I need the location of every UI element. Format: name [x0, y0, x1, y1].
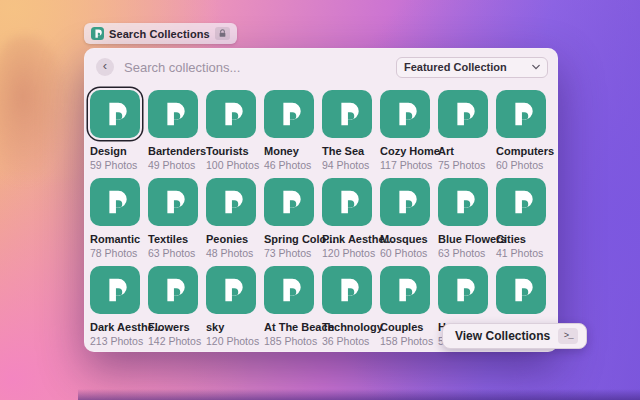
pexels-p-icon: [206, 178, 256, 226]
collection-tile[interactable]: Money 46 Photos: [264, 90, 322, 167]
pexels-p-icon: [206, 90, 256, 138]
view-collections-button[interactable]: View Collections >_: [442, 323, 587, 349]
back-chevron-icon: ‹: [103, 58, 107, 74]
pexels-p-icon: [264, 90, 314, 138]
pexels-p-icon: [438, 90, 488, 138]
collection-photo-count: 213 Photos: [90, 335, 148, 347]
collection-name: Cozy Home: [380, 145, 438, 157]
collection-photo-count: 120 Photos: [322, 247, 380, 259]
pexels-p-icon: [380, 266, 430, 314]
collection-tile[interactable]: Technology 36 Photos: [322, 266, 380, 343]
collection-name: Spring Colo...: [264, 233, 322, 245]
collection-name: Romantic: [90, 233, 148, 245]
search-input[interactable]: [124, 60, 396, 75]
pexels-p-icon: [322, 266, 372, 314]
collection-photo-count: 63 Photos: [438, 247, 496, 259]
pexels-p-icon: [496, 266, 546, 314]
collection-name: Textiles: [148, 233, 206, 245]
view-collections-label: View Collections: [455, 329, 550, 343]
collection-name: Blue Flowers: [438, 233, 496, 245]
collection-tile[interactable]: Couples 158 Photos: [380, 266, 438, 343]
pexels-p-icon: [90, 178, 140, 226]
collection-name: At The Beach: [264, 321, 322, 333]
collection-name: Money: [264, 145, 322, 157]
collection-name: sky: [206, 321, 264, 333]
pexels-p-icon: [438, 266, 488, 314]
pexels-p-icon: [380, 90, 430, 138]
collection-photo-count: 49 Photos: [148, 159, 206, 171]
collection-tile[interactable]: Art 75 Photos: [438, 90, 496, 167]
launcher-badge-label: Search Collections: [109, 28, 210, 40]
collection-tile[interactable]: Romantic 78 Photos: [90, 178, 148, 255]
collection-tile[interactable]: Tourists 100 Photos: [206, 90, 264, 167]
collection-tile[interactable]: Spring Colo... 73 Photos: [264, 178, 322, 255]
collection-name: Mosques: [380, 233, 438, 245]
collection-dropdown[interactable]: Featured Collection: [396, 57, 548, 78]
collection-tile[interactable]: Peonies 48 Photos: [206, 178, 264, 255]
window-header: ‹ Featured Collection: [84, 48, 558, 80]
collection-name: Computers: [496, 145, 554, 157]
pexels-p-icon: [90, 90, 140, 138]
collection-tile[interactable]: Computers 60 Photos: [496, 90, 554, 167]
collection-tile[interactable]: At The Beach 185 Photos: [264, 266, 322, 343]
collection-name: The Sea: [322, 145, 380, 157]
collection-tile[interactable]: Pink Aesthe... 120 Photos: [322, 178, 380, 255]
collection-name: Flowers: [148, 321, 206, 333]
chevron-down-icon: [532, 64, 540, 70]
collection-name: Couples: [380, 321, 438, 333]
collection-tile[interactable]: Cities 41 Photos: [496, 178, 554, 255]
collection-tile[interactable]: Design 59 Photos: [90, 90, 148, 167]
collection-name: Bartenders: [148, 145, 206, 157]
pexels-p-icon: [206, 266, 256, 314]
collection-photo-count: 46 Photos: [264, 159, 322, 171]
collection-photo-count: 158 Photos: [380, 335, 438, 347]
wallpaper-artifact: [0, 36, 70, 186]
collection-tile[interactable]: Cozy Home 117 Photos: [380, 90, 438, 167]
collection-tile[interactable]: Mosques 60 Photos: [380, 178, 438, 255]
pexels-p-icon: [91, 27, 104, 40]
back-button[interactable]: ‹: [96, 58, 114, 76]
collection-tile[interactable]: sky 120 Photos: [206, 266, 264, 343]
collection-tile[interactable]: Blue Flowers 63 Photos: [438, 178, 496, 255]
launcher-badge[interactable]: Search Collections: [84, 23, 237, 44]
collection-photo-count: 117 Photos: [380, 159, 438, 171]
collection-photo-count: 41 Photos: [496, 247, 554, 259]
collection-tile[interactable]: Bartenders 49 Photos: [148, 90, 206, 167]
collection-name: Dark Aesthe...: [90, 321, 148, 333]
terminal-prompt-icon: >_: [558, 328, 578, 344]
collection-photo-count: 120 Photos: [206, 335, 264, 347]
pexels-p-icon: [380, 178, 430, 226]
collection-name: Art: [438, 145, 496, 157]
collection-name: Design: [90, 145, 148, 157]
pexels-p-icon: [322, 90, 372, 138]
collection-name: Cities: [496, 233, 554, 245]
collection-photo-count: 185 Photos: [264, 335, 322, 347]
pexels-p-icon: [264, 178, 314, 226]
pexels-p-icon: [322, 178, 372, 226]
collection-photo-count: 59 Photos: [90, 159, 148, 171]
collection-photo-count: 60 Photos: [380, 247, 438, 259]
collections-grid: Design 59 Photos Bartenders 49 Photos To…: [90, 90, 554, 343]
collection-name: Pink Aesthe...: [322, 233, 380, 245]
pexels-p-icon: [496, 90, 546, 138]
pexels-p-icon: [148, 178, 198, 226]
collection-tile[interactable]: Dark Aesthe... 213 Photos: [90, 266, 148, 343]
collection-photo-count: 94 Photos: [322, 159, 380, 171]
collection-tile[interactable]: Textiles 63 Photos: [148, 178, 206, 255]
collection-photo-count: 100 Photos: [206, 159, 264, 171]
collection-name: Peonies: [206, 233, 264, 245]
collection-photo-count: 142 Photos: [148, 335, 206, 347]
collection-photo-count: 63 Photos: [148, 247, 206, 259]
search-collections-window: ‹ Featured Collection Design 59 Photos B…: [84, 48, 558, 352]
collection-name: Tourists: [206, 145, 264, 157]
pexels-p-icon: [264, 266, 314, 314]
collection-tile[interactable]: Flowers 142 Photos: [148, 266, 206, 343]
collection-tile[interactable]: The Sea 94 Photos: [322, 90, 380, 167]
pexels-p-icon: [148, 90, 198, 138]
collection-dropdown-value: Featured Collection: [404, 61, 526, 73]
lock-icon[interactable]: [215, 27, 230, 40]
desktop-bottom-shadow: [78, 389, 640, 400]
pexels-p-icon: [496, 178, 546, 226]
pexels-p-icon: [438, 178, 488, 226]
collection-photo-count: 78 Photos: [90, 247, 148, 259]
